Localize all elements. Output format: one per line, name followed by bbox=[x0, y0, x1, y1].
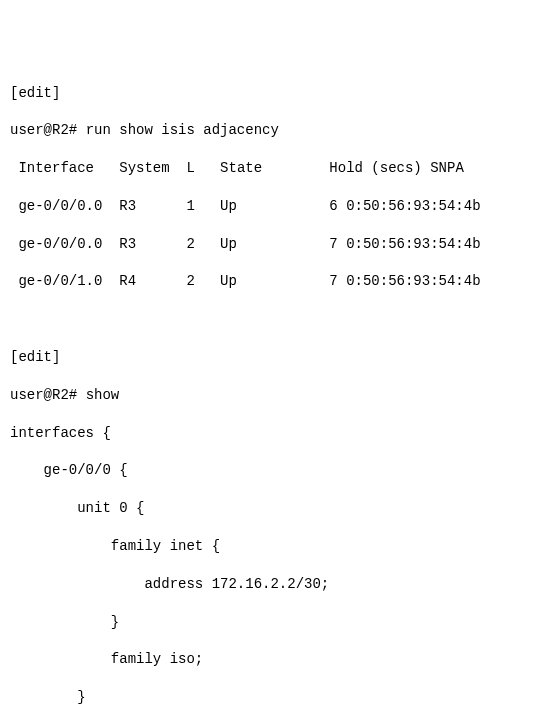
edit-tag-2: [edit] bbox=[10, 348, 540, 367]
ge000-iso: family iso; bbox=[10, 650, 540, 669]
cell-iface: ge-0/0/1.0 bbox=[18, 273, 102, 289]
hdr-system: System bbox=[119, 160, 169, 176]
adj-row-1: ge-0/0/0.0 R3 2 Up 7 0:50:56:93:54:4b bbox=[10, 235, 540, 254]
close-brace: } bbox=[10, 613, 540, 632]
family-inet: family inet { bbox=[111, 538, 220, 554]
brace: } bbox=[111, 614, 119, 630]
hdr-l: L bbox=[186, 160, 194, 176]
cell-hold: 7 bbox=[329, 236, 337, 252]
cmd-line-1: user@R2# run show isis adjacency bbox=[10, 121, 540, 140]
cell-hold: 6 bbox=[329, 198, 337, 214]
cell-system: R3 bbox=[119, 198, 136, 214]
adj-header: Interface System L State Hold (secs) SNP… bbox=[10, 159, 540, 178]
ge000-name: ge-0/0/0 { bbox=[44, 462, 128, 478]
cell-state: Up bbox=[220, 236, 237, 252]
cell-l: 2 bbox=[186, 273, 194, 289]
ge000-unit: unit 0 { bbox=[10, 499, 540, 518]
cell-iface: ge-0/0/0.0 bbox=[18, 236, 102, 252]
cell-snpa: 0:50:56:93:54:4b bbox=[346, 236, 480, 252]
cell-system: R4 bbox=[119, 273, 136, 289]
cell-l: 1 bbox=[186, 198, 194, 214]
cell-iface: ge-0/0/0.0 bbox=[18, 198, 102, 214]
hdr-snpa: SNPA bbox=[430, 160, 464, 176]
command-2: show bbox=[86, 387, 120, 403]
hdr-hold: Hold (secs) bbox=[329, 160, 421, 176]
unit0: unit 0 { bbox=[77, 500, 144, 516]
adj-row-2: ge-0/0/1.0 R4 2 Up 7 0:50:56:93:54:4b bbox=[10, 272, 540, 291]
interfaces-open: interfaces { bbox=[10, 424, 540, 443]
cell-state: Up bbox=[220, 273, 237, 289]
command-1: run show isis adjacency bbox=[86, 122, 279, 138]
prompt: user@R2# bbox=[10, 122, 77, 138]
address: address 172.16.2.2/30; bbox=[144, 576, 329, 592]
hdr-state: State bbox=[220, 160, 262, 176]
brace: } bbox=[77, 689, 85, 705]
cmd-line-2: user@R2# show bbox=[10, 386, 540, 405]
cell-system: R3 bbox=[119, 236, 136, 252]
prompt: user@R2# bbox=[10, 387, 77, 403]
ge000-open: ge-0/0/0 { bbox=[10, 461, 540, 480]
cell-l: 2 bbox=[186, 236, 194, 252]
edit-tag: [edit] bbox=[10, 84, 540, 103]
cell-state: Up bbox=[220, 198, 237, 214]
blank bbox=[10, 310, 540, 329]
close-brace: } bbox=[10, 688, 540, 707]
hdr-iface: Interface bbox=[18, 160, 94, 176]
ge000-addr: address 172.16.2.2/30; bbox=[10, 575, 540, 594]
ge000-inet: family inet { bbox=[10, 537, 540, 556]
family-iso: family iso; bbox=[111, 651, 203, 667]
cell-hold: 7 bbox=[329, 273, 337, 289]
cell-snpa: 0:50:56:93:54:4b bbox=[346, 198, 480, 214]
cell-snpa: 0:50:56:93:54:4b bbox=[346, 273, 480, 289]
adj-row-0: ge-0/0/0.0 R3 1 Up 6 0:50:56:93:54:4b bbox=[10, 197, 540, 216]
